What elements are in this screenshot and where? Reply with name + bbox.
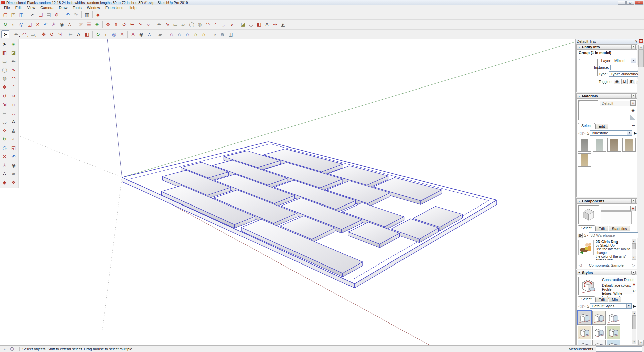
styles-tab-edit[interactable]: Edit xyxy=(595,297,608,302)
materials-header[interactable]: ▼ Materials ✕ xyxy=(576,93,637,99)
style-thumbnail[interactable] xyxy=(578,311,591,325)
view-options-icon[interactable]: ▦▾ xyxy=(578,233,583,238)
geolocation-icon[interactable]: ♁ xyxy=(2,346,7,352)
chevron-down-icon[interactable]: ▼ xyxy=(626,304,631,308)
in-model-materials-icon[interactable]: ◈ xyxy=(630,108,636,113)
push-pull-button[interactable]: ⇧ xyxy=(112,21,120,28)
text-button[interactable]: A xyxy=(75,30,83,38)
material-swatch[interactable] xyxy=(622,138,636,152)
paste-button[interactable]: ▤ xyxy=(45,11,53,19)
layer-dropdown[interactable]: Mixed ▼ xyxy=(613,58,636,63)
push-pull-button[interactable]: ⇧ xyxy=(9,83,18,91)
3d-text-button[interactable]: ◭ xyxy=(9,126,18,134)
paint-bucket-button[interactable]: ◧ xyxy=(83,30,91,38)
walk-button[interactable]: ∴ xyxy=(66,21,74,28)
rotate-button[interactable]: ↺ xyxy=(48,30,56,38)
hand-tool-button[interactable]: ☞ xyxy=(77,21,85,28)
look-around-button[interactable]: ◉ xyxy=(58,21,66,28)
home-caret-icon[interactable]: ▾ xyxy=(587,234,588,236)
visibility-toggle-button[interactable]: ◉ xyxy=(614,79,620,84)
chevron-down-icon[interactable]: ▼ xyxy=(631,58,636,63)
styles-tab-mix[interactable]: Mix xyxy=(609,297,621,302)
redo-button[interactable]: ↷ xyxy=(72,11,80,19)
warehouse-search-input[interactable] xyxy=(589,233,639,238)
style-thumbnail[interactable] xyxy=(607,326,620,339)
previous-view-button[interactable]: ↶ xyxy=(42,21,50,28)
components-scrollbar[interactable]: ▲ ▼ xyxy=(632,239,636,260)
select-button[interactable]: ➤ xyxy=(1,30,9,38)
zoom-extents-button[interactable]: ✕ xyxy=(118,30,126,38)
materials-close-icon[interactable]: ✕ xyxy=(631,94,636,98)
3d-warehouse-button[interactable]: ◆ xyxy=(94,11,102,19)
style-name-field[interactable]: Construction Documentation St xyxy=(601,277,634,282)
pie-button[interactable]: ◕ xyxy=(228,21,236,28)
rectangle-button[interactable]: ▭ xyxy=(171,21,179,28)
tape-measure-button[interactable]: ⊢ xyxy=(0,109,9,117)
cast-shadows-toggle-button[interactable]: ◧ xyxy=(629,79,635,84)
arc-button[interactable]: ◠ xyxy=(9,74,18,82)
look-around-button[interactable]: ◉ xyxy=(9,161,18,169)
menu-draw[interactable]: Draw xyxy=(56,5,70,10)
menu-extensions[interactable]: Extensions xyxy=(103,5,126,10)
close-button[interactable]: ✕ xyxy=(635,1,643,5)
display-pane-button[interactable]: ✚ xyxy=(630,206,636,211)
scroll-thumb[interactable] xyxy=(632,315,636,329)
model-viewport[interactable] xyxy=(19,39,575,345)
line-tools-button[interactable]: ✏▾ xyxy=(12,30,20,38)
materials-collection-dropdown[interactable]: Bluestone ▼ xyxy=(590,130,632,136)
dropdown-caret-icon[interactable]: ▾ xyxy=(35,35,36,37)
line-button[interactable]: ✏ xyxy=(155,21,163,28)
position-camera-button[interactable]: ♙ xyxy=(0,161,9,169)
menu-help[interactable]: Help xyxy=(126,5,139,10)
rotate-button[interactable]: ↺ xyxy=(120,21,128,28)
new-file-button[interactable]: ▢ xyxy=(1,11,9,19)
back-view-button[interactable]: ⌂ xyxy=(200,30,208,38)
text-button[interactable]: A xyxy=(263,21,271,28)
protractor-button[interactable]: ◡ xyxy=(0,118,9,126)
axes-button[interactable]: ⊹ xyxy=(0,126,9,134)
move-button[interactable]: ✥ xyxy=(0,83,9,91)
menu-view[interactable]: View xyxy=(24,5,38,10)
dropdown-caret-icon[interactable]: ▾ xyxy=(19,35,20,37)
tray-close-icon[interactable]: ✕ xyxy=(639,39,643,43)
style-thumbnail[interactable] xyxy=(592,340,606,345)
home-icon[interactable]: ⌂ xyxy=(586,131,589,136)
three-point-arc-button[interactable]: ◞ xyxy=(220,21,228,28)
material-swatch[interactable] xyxy=(578,153,591,167)
move-button[interactable]: ✥ xyxy=(40,30,48,38)
orbit-button[interactable]: ↻ xyxy=(1,21,9,28)
circle-button[interactable]: ◯ xyxy=(0,66,9,74)
materials-tab-edit[interactable]: Edit xyxy=(595,124,608,129)
components-header[interactable]: ▼ Components ✕ xyxy=(576,198,637,204)
scroll-up-icon[interactable]: ▲ xyxy=(632,311,636,315)
pan-button[interactable]: ◐ xyxy=(9,21,17,28)
follow-me-button[interactable]: ↪ xyxy=(128,21,136,28)
rotate-button[interactable]: ↺ xyxy=(0,92,9,100)
top-view-button[interactable]: ⌂ xyxy=(175,30,183,38)
polygon-button[interactable]: ◍ xyxy=(0,74,9,82)
menu-edit[interactable]: Edit xyxy=(13,5,24,10)
zoom-extents-button[interactable]: ✕ xyxy=(34,21,42,28)
zoom-button[interactable]: ◎ xyxy=(17,21,25,28)
freehand-button[interactable]: ∿ xyxy=(163,21,171,28)
styles-header[interactable]: ▼ Styles ✕ xyxy=(576,270,637,275)
display-pane-icon[interactable]: ⊟ xyxy=(632,277,636,281)
styles-collection-dropdown[interactable]: Default Styles ▼ xyxy=(590,303,631,309)
home-icon[interactable]: ⌂ xyxy=(584,233,586,238)
erase-button[interactable]: ⊘ xyxy=(53,11,61,19)
eraser-button[interactable]: ◪ xyxy=(9,49,18,57)
style-description-field[interactable]: Default face colors. ProfileEdges. White… xyxy=(601,283,634,294)
move-button[interactable]: ✥ xyxy=(104,21,112,28)
scroll-up-icon[interactable]: ▲ xyxy=(638,45,644,50)
save-file-button[interactable]: ◫ xyxy=(17,11,25,19)
axes-button[interactable]: ⊹ xyxy=(271,21,279,28)
follow-me-button[interactable]: ↪ xyxy=(9,92,18,100)
style-thumbnail[interactable] xyxy=(607,311,620,325)
copy-button[interactable]: ❏ xyxy=(37,11,45,19)
zoom-button[interactable]: ◎ xyxy=(110,30,118,38)
rotated-rectangle-button[interactable]: ▱ xyxy=(179,21,187,28)
make-component-button[interactable]: ◈ xyxy=(93,21,101,28)
style-thumbnail[interactable] xyxy=(592,311,606,325)
extension-warehouse-button[interactable]: ❖ xyxy=(9,178,18,186)
select-button[interactable]: ➤ xyxy=(0,40,9,48)
